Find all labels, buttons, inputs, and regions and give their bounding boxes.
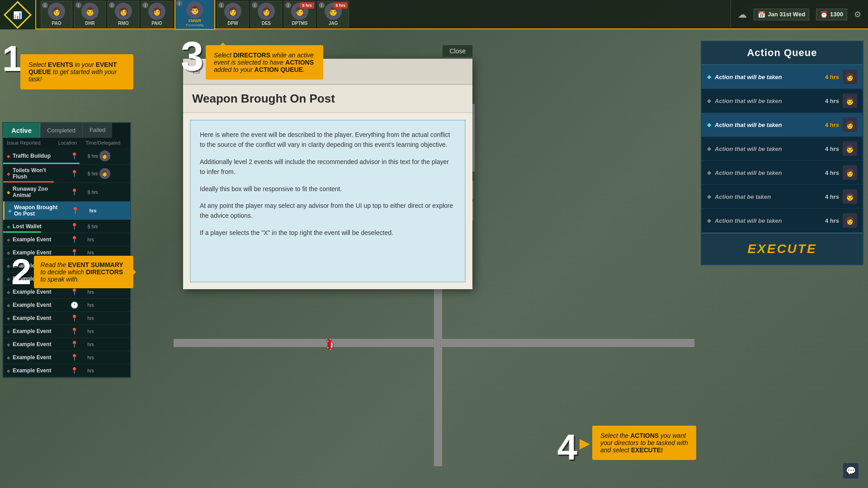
tab-completed[interactable]: Completed	[40, 123, 83, 138]
diamond-icon-3: ◆	[7, 190, 10, 195]
aq-item-5[interactable]: ◆ Action that will be taken 4 hrs 👩	[702, 161, 863, 185]
director-paio[interactable]: i 👩 PAIO	[141, 1, 173, 28]
time-val-6: hrs	[88, 237, 94, 242]
diamond-icon-7: ◆	[7, 250, 10, 255]
time-4: hrs	[88, 208, 127, 214]
info-badge-des: i	[252, 2, 258, 8]
time-1: § hrs 👩	[88, 150, 127, 161]
desc-p4: At any point the player may select any a…	[200, 201, 456, 221]
event-queue-panel: Active Completed Failed Issue Reported L…	[2, 122, 131, 378]
aq-item-3[interactable]: ◆ Action that will be taken 4 hrs 👩	[702, 113, 863, 137]
time-5: § hrs	[88, 224, 127, 229]
diamond-icon-12: ◆	[7, 316, 10, 321]
settings-icon[interactable]: ⚙	[854, 9, 861, 19]
event-name-2: Toilets Won't Flush	[13, 167, 61, 180]
step3-bold3: ACTION QUEUE	[255, 66, 303, 73]
pin-icon-12: 📍	[71, 314, 78, 322]
event-row-13[interactable]: ◆ Example Event 📍 hrs	[3, 325, 130, 338]
step1-tooltip: 1 Select EVENTS in your EVENT QUEUE to g…	[2, 41, 133, 89]
progress-bar-2	[3, 181, 54, 183]
event-row-11[interactable]: ◆ Example Event 🕐 hrs	[3, 299, 130, 312]
director-pao[interactable]: i 👩 PAO	[41, 1, 72, 28]
name-des: DES	[262, 21, 271, 26]
aq-label-2: Action that will be taken	[715, 98, 821, 104]
aq-item-4[interactable]: ◆ Action that will be taken 4 hrs 👨	[702, 137, 863, 161]
pin-icon-6: 📍	[71, 236, 78, 243]
progress-bar-5	[3, 231, 41, 233]
aq-item-7[interactable]: ◆ Action that will be taken 4 hrs 👩	[702, 209, 863, 233]
event-row-16[interactable]: ◆ Example Event 📍 hrs	[3, 364, 130, 377]
event-row-15[interactable]: ◆ Example Event 📍 hrs	[3, 351, 130, 364]
time-val-10: hrs	[88, 290, 94, 295]
header-issue: Issue Reported	[7, 140, 58, 145]
director-dptms[interactable]: i 🧑 DPTMS 5 hrs	[284, 1, 316, 28]
pin-icon-13: 📍	[71, 328, 78, 335]
tab-failed[interactable]: Failed	[83, 123, 112, 138]
time-badge-dptms: 5 hrs	[300, 2, 314, 9]
fmwr-sublabel: Personality	[186, 23, 204, 27]
step2-number: 2	[11, 254, 32, 290]
avatar-rmo: 👩	[115, 3, 132, 20]
location-13: 📍	[61, 328, 88, 335]
desc-p1: Here is where the event will be describe…	[200, 130, 456, 150]
director-dpw[interactable]: i 👩 DPW	[217, 1, 249, 28]
name-rmo: RMO	[118, 21, 128, 26]
step3-bold2: ACTIONS	[285, 59, 314, 66]
weather-icon: ☁	[738, 9, 747, 20]
aq-avatar-5: 👩	[843, 165, 857, 180]
event-row-12[interactable]: ◆ Example Event 📍 hrs	[3, 312, 130, 325]
action-queue-title: Action Queue	[702, 42, 863, 65]
aq-label-6: Action that be taken	[715, 193, 821, 200]
director-dhr[interactable]: i 👨 DHR	[74, 1, 106, 28]
info-badge-pao: i	[42, 2, 48, 8]
director-des[interactable]: i 👩 DES	[250, 1, 282, 28]
event-row-6[interactable]: ◆ Example Event 📍 hrs	[3, 233, 130, 246]
event-row-weapon[interactable]: ◆ Weapon Brought On Post 📍 hrs	[3, 202, 130, 220]
event-name-11: Example Event	[13, 302, 61, 308]
aq-avatar-4: 👨	[843, 141, 857, 156]
tab-active[interactable]: Active	[3, 123, 40, 138]
aq-label-3: Action that will be taken	[715, 122, 821, 128]
time-6: hrs	[88, 237, 127, 242]
step2-tooltip: 2 Read the EVENT SUMMARY to decide which…	[11, 254, 133, 290]
director-rmo[interactable]: i 👩 RMO	[108, 1, 139, 28]
director-fmwr[interactable]: i 👨 FMWR Personality	[175, 0, 215, 30]
event-row-traffic-buildup[interactable]: ◆ Traffic Buildup 📍 § hrs 👩	[3, 148, 130, 164]
diamond-icon-10: ◆	[7, 290, 10, 295]
aq-diamond-4: ◆	[707, 145, 711, 152]
aq-label-5: Action that will be taken	[715, 169, 821, 176]
time-3: § hrs	[88, 189, 127, 195]
name-dpw: DPW	[227, 21, 238, 26]
info-badge-paio: i	[142, 2, 148, 8]
logo-diamond: 📊	[4, 0, 32, 28]
desc-p5: If a player selects the "X" in the top r…	[200, 228, 456, 238]
event-row-toilets[interactable]: ◆ Toilets Won't Flush 📍 § hrs 👩	[3, 164, 130, 183]
time-val-12: hrs	[88, 316, 94, 321]
close-button[interactable]: Close	[443, 45, 472, 57]
aq-diamond-1: ◆	[707, 74, 711, 80]
director-jag[interactable]: i 👨 JAG 5 hrs	[317, 1, 349, 28]
aq-item-1[interactable]: ◆ Action that will be taken 4 hrs 👩	[702, 65, 863, 89]
pin-icon-4: 📍	[71, 207, 79, 214]
fmwr-label: FMWR	[189, 19, 201, 23]
step3-text: Select DIRECTORS while an active event i…	[214, 52, 315, 73]
aq-item-6[interactable]: ◆ Action that be taken 4 hrs 👨	[702, 185, 863, 209]
event-row-zoo[interactable]: ◆ Runaway Zoo Animal 📍 § hrs	[3, 183, 130, 202]
diamond-icon-6: ◆	[7, 237, 10, 242]
step2-text: Read the EVENT SUMMARY to decide which D…	[41, 261, 127, 283]
step4-number: 4	[557, 429, 578, 465]
aq-avatar-6: 👨	[843, 189, 857, 204]
directors-bar: i 👩 PAO i 👨 DHR i 👩 RMO i 👩 PAIO i 👨 FMW…	[36, 0, 731, 29]
aq-item-2[interactable]: ◆ Action that will be taken 4 hrs 👨	[702, 89, 863, 113]
avatar-pao: 👩	[48, 3, 65, 20]
chat-button[interactable]: 💬	[843, 463, 859, 479]
step1-bold-events: EVENTS	[48, 61, 73, 68]
diamond-icon-11: ◆	[7, 303, 10, 308]
execute-button[interactable]: EXECUTE	[702, 233, 863, 264]
pin-icon-14: 📍	[71, 341, 78, 348]
time-val-2: hrs	[92, 171, 98, 176]
event-name-15: Example Event	[13, 354, 61, 361]
time-16: hrs	[88, 368, 127, 373]
event-row-wallet[interactable]: ◆ Lost Wallet 📍 § hrs	[3, 220, 130, 233]
event-row-14[interactable]: ◆ Example Event 📍 hrs	[3, 338, 130, 351]
